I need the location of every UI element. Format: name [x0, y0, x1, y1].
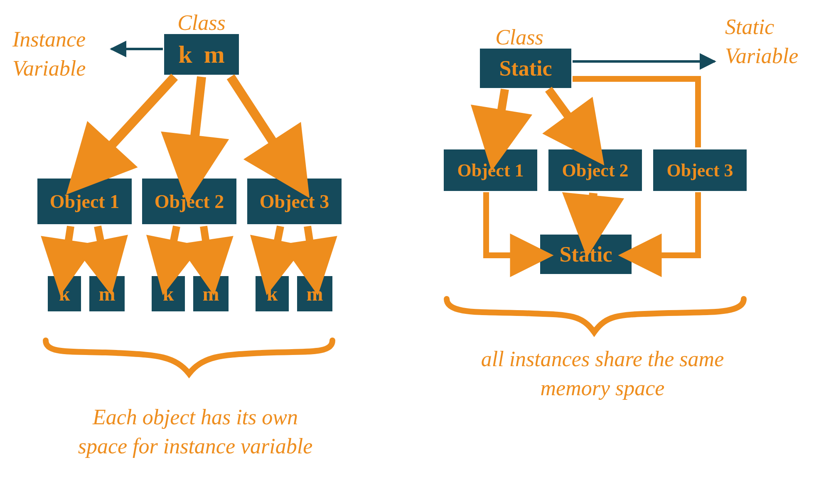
arrow-obj1-k [64, 226, 71, 268]
left-obj2-m: m [193, 276, 229, 311]
left-object-3: Object 3 [247, 179, 342, 224]
left-obj3-k: k [256, 276, 289, 311]
arrow-rclass-obj1 [497, 89, 505, 140]
arrow-class-to-obj2 [191, 77, 202, 169]
arrow-obj3-m [307, 226, 314, 268]
arrow-robj1-static [486, 192, 532, 255]
right-object-3: Object 3 [653, 149, 747, 191]
left-brace [46, 340, 332, 374]
arrow-class-to-obj3 [231, 77, 291, 169]
class-var-k: k [178, 40, 192, 69]
arrow-rclass-obj2 [548, 89, 586, 140]
arrow-robj2-static [590, 193, 593, 226]
right-class-box: Static [480, 49, 571, 88]
arrow-obj1-m [98, 226, 106, 268]
right-class-label: Class [478, 23, 561, 52]
arrow-rclass-obj3 [573, 79, 698, 147]
arrow-obj3-k [272, 226, 280, 268]
class-var-m: m [204, 40, 225, 69]
right-object-1: Object 1 [444, 149, 537, 191]
right-shared-static: Static [540, 235, 632, 274]
left-class-box: k m [164, 34, 239, 75]
left-object-1: Object 1 [37, 179, 132, 224]
arrow-class-to-obj1 [89, 77, 175, 169]
arrow-robj3-static [640, 192, 698, 255]
arrow-obj2-k [168, 226, 177, 268]
left-object-2: Object 2 [142, 179, 236, 224]
left-obj1-m: m [89, 276, 125, 311]
static-variable-label: Static Variable [725, 12, 825, 71]
left-obj3-m: m [297, 276, 332, 311]
left-caption: Each object has its own space for instan… [50, 403, 341, 461]
left-obj2-k: k [152, 276, 185, 311]
left-class-label: Class [160, 8, 243, 37]
instance-variable-label: Instance Variable [12, 25, 120, 83]
arrow-obj2-m [204, 226, 210, 268]
left-obj1-k: k [48, 276, 81, 311]
right-object-2: Object 2 [548, 149, 642, 191]
right-brace [447, 299, 744, 332]
right-caption: all instances share the same memory spac… [440, 345, 765, 403]
